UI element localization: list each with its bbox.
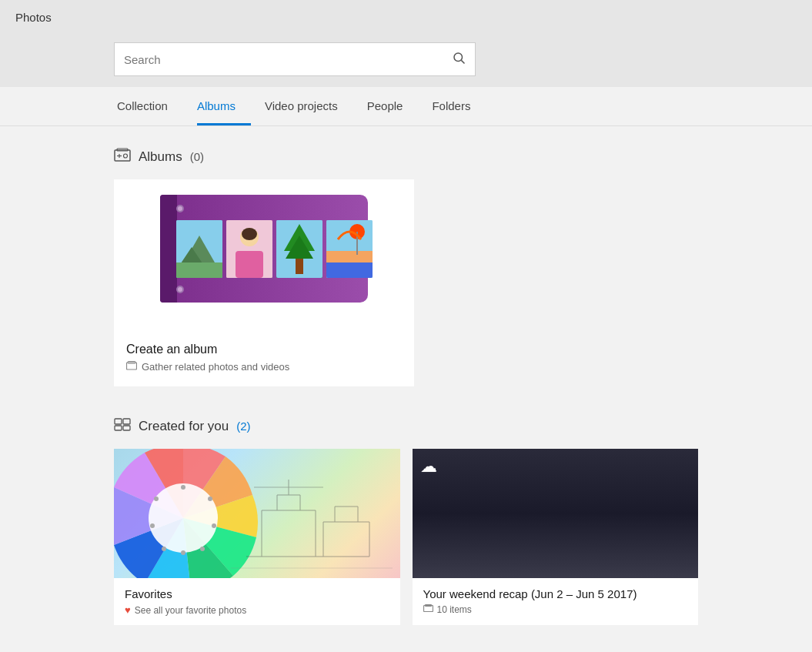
weekend-recap-card[interactable]: ☁ Your weekend recap (Jun 2 – Jun 5 2017… [413,449,699,625]
svg-rect-18 [296,259,303,274]
svg-rect-13 [236,251,263,278]
main-content: Albums (0) [0,126,812,647]
albums-section-title: Albums [139,149,182,165]
create-album-title: Create an album [126,343,402,356]
favorites-title: Favorites [125,587,389,600]
search-box [114,42,476,76]
cloud-icon: ☁ [420,456,437,476]
created-section-header: Created for you (2) [114,417,698,435]
recap-thumbnail: ☁ [413,449,699,578]
recap-title: Your weekend recap (Jun 2 – Jun 5 2017) [423,587,688,600]
created-section-count: (2) [236,420,250,433]
favorites-info: Favorites ♥ See all your favorite photos [114,578,400,625]
photo-grid: Favorites ♥ See all your favorite photos… [114,449,698,625]
svg-point-38 [154,497,159,501]
favorites-meta: ♥ See all your favorite photos [125,604,389,616]
tab-folders[interactable]: Folders [432,87,486,125]
tab-video-projects[interactable]: Video projects [265,87,353,125]
svg-point-34 [200,547,205,551]
favorites-meta-text: See all your favorite photos [135,605,246,616]
svg-point-0 [454,53,463,62]
svg-rect-27 [123,419,130,424]
created-section-title: Created for you [139,419,229,434]
svg-point-36 [162,547,166,551]
albums-section-count: (0) [190,150,204,163]
svg-rect-29 [123,426,130,430]
album-book [160,195,368,318]
albums-section-icon [114,148,131,166]
search-area [0,35,812,87]
svg-rect-28 [115,426,122,430]
albums-section-header: Albums (0) [114,148,698,166]
recap-meta-icon [423,604,433,615]
album-subtitle-icon [126,361,137,373]
svg-point-37 [150,523,155,528]
create-album-subtitle: Gather related photos and videos [126,361,402,373]
svg-point-14 [242,228,257,240]
svg-rect-10 [176,262,222,278]
tab-albums[interactable]: Albums [197,87,251,125]
created-section-icon [114,417,131,435]
favorites-thumbnail [114,449,400,578]
tab-people[interactable]: People [367,87,419,125]
create-album-desc: Gather related photos and videos [142,361,289,373]
app-title: Photos [15,11,52,24]
svg-point-32 [208,497,212,501]
sketch-svg [216,449,400,578]
tab-collection[interactable]: Collection [114,87,183,125]
svg-line-1 [461,60,464,63]
heart-icon: ♥ [125,604,131,616]
svg-point-30 [149,483,218,553]
svg-rect-26 [115,419,122,424]
search-input[interactable] [124,53,452,66]
search-icon [452,51,466,65]
recap-meta: 10 items [423,604,688,615]
search-button[interactable] [452,51,466,69]
albums-grid: Create an album Gather related photos an… [114,179,698,386]
recap-info: Your weekend recap (Jun 2 – Jun 5 2017) … [413,578,699,624]
create-album-card[interactable]: Create an album Gather related photos an… [114,179,414,386]
create-album-text: Create an album Gather related photos an… [114,333,414,373]
svg-rect-20 [326,251,373,262]
svg-rect-21 [326,262,373,278]
title-bar: Photos [0,0,812,35]
created-for-you-section: Created for you (2) [114,417,698,625]
svg-point-35 [181,550,185,555]
album-illustration [114,179,414,333]
svg-point-31 [181,485,185,490]
recap-meta-text: 10 items [437,604,472,615]
svg-point-6 [124,154,128,158]
nav-tabs: Collection Albums Video projects People … [0,87,812,126]
favorites-card[interactable]: Favorites ♥ See all your favorite photos [114,449,400,625]
